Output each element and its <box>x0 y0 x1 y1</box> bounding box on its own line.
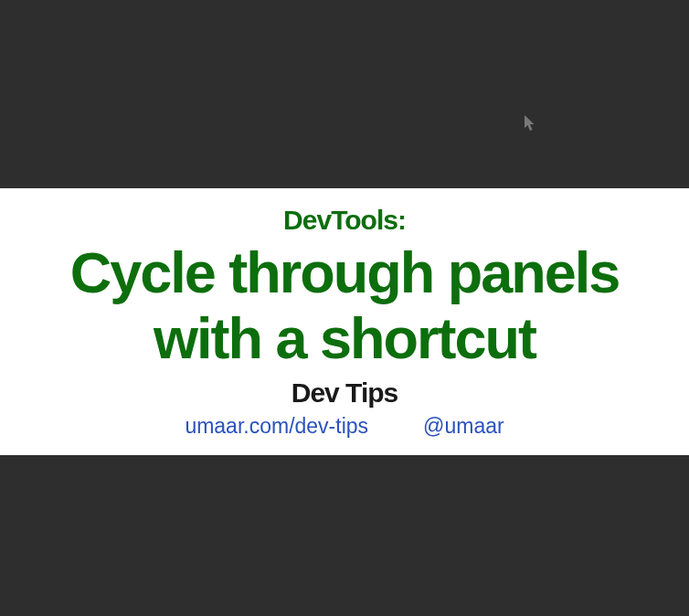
main-title: Cycle through panels with a shortcut <box>18 239 671 372</box>
title-card: DevTools: Cycle through panels with a sh… <box>0 188 689 455</box>
category-label: DevTools: <box>18 205 671 236</box>
cursor-icon <box>525 115 537 132</box>
links-row: umaar.com/dev-tips @umaar <box>18 414 671 439</box>
series-name: Dev Tips <box>18 377 671 409</box>
website-link[interactable]: umaar.com/dev-tips <box>185 414 368 439</box>
twitter-link[interactable]: @umaar <box>423 414 504 439</box>
